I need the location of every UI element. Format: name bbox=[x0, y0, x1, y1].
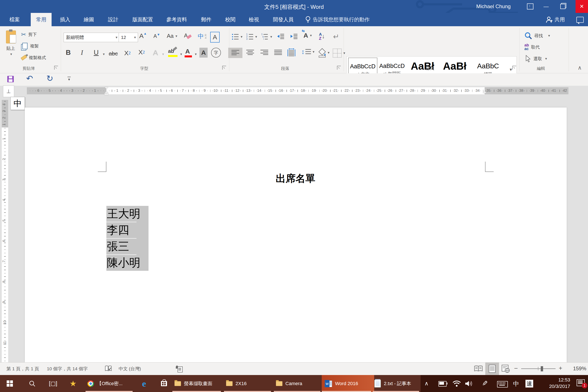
redo-button[interactable]: ↻ bbox=[46, 74, 53, 83]
word-count-status[interactable]: 10 個字，共 14 個字 bbox=[47, 366, 88, 372]
first-line-indent-marker[interactable] bbox=[104, 87, 108, 89]
tab-9[interactable]: 檢視 bbox=[244, 13, 263, 26]
qat-customize-button[interactable]: ▼ bbox=[68, 77, 71, 81]
action-center-icon[interactable]: 1 bbox=[576, 379, 585, 386]
taskbar-folder-button-1[interactable]: 2X16 bbox=[224, 375, 274, 392]
decrease-indent-button[interactable] bbox=[277, 33, 284, 40]
zoom-in-button[interactable]: + bbox=[559, 365, 562, 372]
taskbar-edge-button[interactable]: e bbox=[137, 375, 151, 392]
account-user-name[interactable]: Michael Chung bbox=[476, 4, 511, 10]
change-case-button[interactable]: Aa▼ bbox=[167, 33, 178, 39]
enclose-char-circle-button[interactable]: 字 bbox=[211, 48, 221, 58]
font-color-caret[interactable]: ▼ bbox=[194, 52, 197, 56]
copy-button[interactable]: 複製 bbox=[21, 42, 39, 50]
distribute-button[interactable] bbox=[287, 48, 296, 57]
subscript-button[interactable]: X2 bbox=[124, 50, 131, 57]
enclose-characters-button[interactable]: A bbox=[210, 32, 220, 42]
text-highlight-button[interactable]: ab bbox=[168, 48, 174, 54]
increase-indent-button[interactable] bbox=[290, 33, 298, 40]
highlight-caret[interactable]: ▼ bbox=[180, 52, 183, 56]
tab-8[interactable]: 校閱 bbox=[221, 13, 239, 26]
horizontal-ruler[interactable]: 6543211234567891011121314151617181920212… bbox=[27, 87, 568, 94]
shading-button[interactable]: ▼ bbox=[318, 48, 330, 58]
taskbar-chrome-button[interactable]: 【Office密... bbox=[85, 375, 136, 392]
format-painter-button[interactable]: 複製格式 bbox=[21, 53, 46, 62]
paste-button[interactable]: 貼上 ▼ bbox=[2, 30, 19, 69]
select-button[interactable]: 選取 ▼ bbox=[525, 55, 548, 62]
taskbar-notepad-button[interactable]: 2.txt - 記事本 bbox=[372, 375, 422, 392]
replace-button[interactable]: abac 取代 bbox=[524, 44, 540, 51]
strikethrough-button[interactable]: abc bbox=[109, 50, 118, 57]
start-button[interactable] bbox=[2, 375, 17, 392]
clipboard-dialog-launcher[interactable] bbox=[54, 66, 58, 70]
collapse-ribbon-button[interactable]: ∧ bbox=[578, 64, 582, 71]
web-layout-button[interactable] bbox=[502, 365, 510, 373]
zoom-slider-thumb[interactable] bbox=[541, 366, 543, 371]
tab-5[interactable]: 版面配置 bbox=[128, 13, 158, 26]
clear-formatting-button[interactable]: A bbox=[184, 32, 192, 39]
italic-button[interactable]: I bbox=[81, 48, 83, 56]
cut-button[interactable]: ✂ 剪下 bbox=[21, 30, 37, 39]
font-dialog-launcher[interactable] bbox=[222, 66, 226, 70]
show-marks-button[interactable]: ↵ bbox=[333, 32, 339, 41]
tab-3[interactable]: 繪圖 bbox=[80, 13, 98, 26]
line-spacing-button[interactable]: ↕ ▼ bbox=[301, 48, 315, 56]
tab-0[interactable]: 檔案 bbox=[6, 13, 23, 26]
pen-icon[interactable]: ✎ bbox=[482, 379, 488, 388]
clock[interactable]: 12:53 20/3/2017 bbox=[538, 377, 570, 390]
touch-keyboard-icon[interactable] bbox=[497, 381, 508, 388]
align-left-button[interactable] bbox=[228, 48, 242, 58]
align-center-button[interactable] bbox=[246, 50, 254, 56]
document-page[interactable]: 出席名單 王大明李四張三陳小明 bbox=[25, 108, 567, 362]
superscript-button[interactable]: X2 bbox=[138, 48, 145, 56]
taskbar-store-button[interactable] bbox=[157, 375, 171, 392]
tab-10[interactable]: 開發人員 bbox=[268, 13, 298, 26]
tab-7[interactable]: 郵件 bbox=[197, 13, 216, 26]
save-button[interactable] bbox=[7, 76, 14, 82]
restore-button[interactable] bbox=[556, 0, 569, 13]
share-button[interactable]: 共用 bbox=[546, 13, 565, 26]
find-button[interactable]: 尋找 ▼ bbox=[524, 32, 550, 40]
vertical-ruler[interactable]: 43211234567891011 bbox=[2, 96, 8, 362]
zoom-slider-track[interactable] bbox=[521, 368, 556, 369]
taskbar-folder-button-2[interactable]: Camera bbox=[273, 375, 324, 392]
grow-font-button[interactable]: A▲ bbox=[139, 32, 147, 40]
undo-button[interactable]: ↶ bbox=[26, 74, 33, 83]
tab-6[interactable]: 參考資料 bbox=[162, 13, 191, 26]
multilevel-list-button[interactable]: 1 a i ▼ bbox=[261, 33, 273, 40]
paragraph-dialog-launcher[interactable] bbox=[337, 66, 341, 70]
font-size-combobox[interactable]: 12 ▼ bbox=[119, 33, 138, 42]
text-effects-caret[interactable]: ▼ bbox=[162, 52, 164, 56]
zoom-out-button[interactable]: − bbox=[514, 365, 518, 372]
left-indent-marker[interactable] bbox=[104, 93, 108, 95]
character-shading-button[interactable]: A bbox=[200, 48, 208, 58]
tell-me-box[interactable]: 告訴我您想要執行的動作 bbox=[305, 13, 370, 26]
asian-layout-button[interactable]: A⇆ ▼ bbox=[304, 32, 312, 39]
font-color-button[interactable]: A bbox=[185, 48, 190, 55]
bullets-button[interactable]: ▼ bbox=[232, 33, 243, 40]
underline-button[interactable]: U bbox=[94, 48, 99, 56]
read-mode-button[interactable] bbox=[474, 365, 483, 372]
task-view-button[interactable]: [▢] bbox=[46, 375, 60, 392]
text-effects-button[interactable]: A bbox=[153, 48, 158, 57]
phonetic-guide-button[interactable]: 中 ㄓㄨ bbox=[198, 32, 207, 40]
right-indent-marker[interactable] bbox=[483, 91, 486, 93]
ime-input-method-badge[interactable]: 速 bbox=[526, 380, 533, 388]
close-button[interactable]: ✕ bbox=[576, 0, 588, 13]
taskbar-search-button[interactable] bbox=[25, 375, 39, 392]
pinned-app-star[interactable]: ★ bbox=[66, 375, 80, 392]
sort-button[interactable]: AZ ↓ bbox=[319, 32, 325, 40]
ime-mode-indicator[interactable]: 中 bbox=[513, 380, 519, 388]
battery-icon[interactable] bbox=[438, 381, 446, 387]
attendee-name[interactable]: 王大明 bbox=[107, 206, 140, 222]
macro-record-icon[interactable] bbox=[176, 366, 182, 372]
attendee-name[interactable]: 陳小明 bbox=[107, 255, 140, 271]
print-layout-button[interactable] bbox=[485, 362, 499, 375]
document-title[interactable]: 出席名單 bbox=[106, 172, 485, 185]
language-status[interactable]: 中文 (台灣) bbox=[119, 366, 141, 372]
tab-selector[interactable]: ⊥ bbox=[3, 86, 14, 97]
tab-2[interactable]: 插入 bbox=[55, 13, 75, 26]
zoom-percentage[interactable]: 159% bbox=[566, 366, 586, 372]
attendee-name[interactable]: 李四 bbox=[107, 222, 129, 238]
shrink-font-button[interactable]: A▼ bbox=[154, 33, 160, 39]
